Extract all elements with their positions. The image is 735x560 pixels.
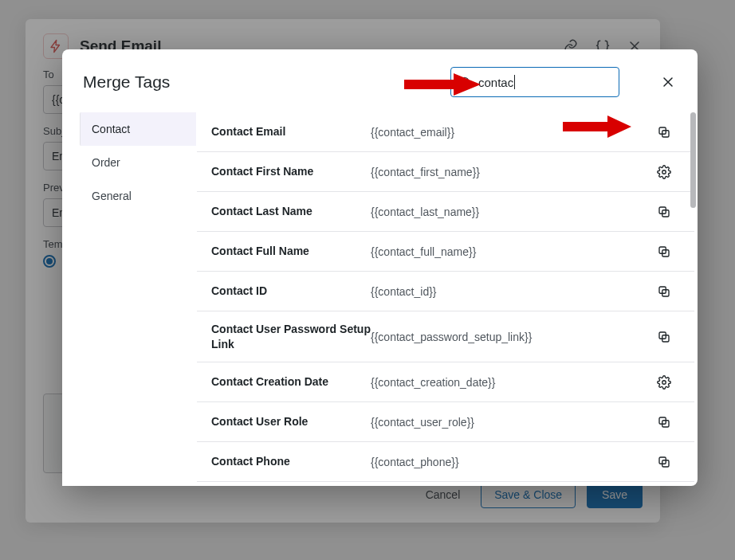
- tag-row: Contact Last Name{{contact_last_name}}: [197, 192, 694, 232]
- category-list: ContactOrderGeneral: [62, 112, 196, 486]
- scrollbar-thumb[interactable]: [690, 112, 696, 208]
- tag-row: Contact First Name{{contact_first_name}}: [197, 152, 694, 192]
- tag-name: Contact Last Name: [211, 204, 371, 218]
- tag-row: Contact Phone{{contact_phone}}: [197, 442, 694, 482]
- tag-row: Contact Email{{contact_email}}: [197, 112, 694, 152]
- search-field-wrap[interactable]: contac: [450, 67, 619, 97]
- tag-token: {{contact_full_name}}: [371, 245, 653, 258]
- tag-row: Contact User Password Setup Link{{contac…: [197, 311, 694, 362]
- tag-name: Contact Full Name: [211, 244, 371, 258]
- tag-row: Contact ID{{contact_id}}: [197, 272, 694, 311]
- tag-row: Contact Creation Date{{contact_creation_…: [197, 362, 694, 402]
- copy-icon[interactable]: [653, 411, 675, 433]
- tag-token: {{contact_user_role}}: [371, 416, 653, 429]
- tag-token: {{contact_first_name}}: [371, 166, 653, 178]
- tag-name: Contact User Password Setup Link: [211, 322, 371, 350]
- tag-token: {{contact_phone}}: [371, 456, 653, 468]
- tag-name: Contact Phone: [211, 454, 371, 468]
- copy-icon[interactable]: [653, 121, 675, 143]
- tag-row: Contact User Role{{contact_user_role}}: [197, 402, 694, 442]
- tag-list: Contact Email{{contact_email}} Contact F…: [196, 112, 698, 486]
- tag-name: Contact User Role: [211, 414, 371, 429]
- tag-token: {{contact_password_setup_link}}: [371, 331, 653, 343]
- text-caret: [514, 75, 515, 89]
- copy-icon[interactable]: [653, 326, 675, 348]
- merge-tags-modal: Merge Tags contac ContactOrderGeneral Co…: [62, 49, 698, 486]
- settings-icon[interactable]: [653, 161, 675, 183]
- search-icon: [458, 76, 472, 89]
- tag-name: Contact ID: [211, 284, 371, 298]
- modal-title: Merge Tags: [83, 72, 170, 92]
- svg-point-0: [461, 77, 469, 85]
- tag-name: Contact Creation Date: [211, 374, 371, 389]
- tag-token: {{contact_last_name}}: [371, 206, 653, 218]
- search-input[interactable]: contac: [478, 76, 513, 89]
- tag-name: Contact Email: [211, 124, 371, 139]
- tag-name: Contact First Name: [211, 164, 371, 178]
- category-item-general[interactable]: General: [80, 179, 196, 213]
- tag-token: {{contact_id}}: [371, 285, 653, 298]
- copy-icon[interactable]: [653, 280, 675, 303]
- modal-header: Merge Tags contac: [62, 49, 698, 112]
- tag-row: Contact Full Name{{contact_full_name}}: [197, 232, 694, 272]
- copy-icon[interactable]: [653, 241, 675, 263]
- category-item-contact[interactable]: Contact: [80, 112, 196, 146]
- svg-point-3: [662, 170, 666, 174]
- settings-icon[interactable]: [653, 371, 675, 394]
- svg-point-12: [662, 380, 666, 384]
- copy-icon[interactable]: [653, 451, 675, 473]
- modal-close-button[interactable]: [659, 73, 677, 91]
- tag-token: {{contact_email}}: [371, 126, 653, 139]
- category-item-order[interactable]: Order: [80, 146, 196, 179]
- copy-icon[interactable]: [653, 201, 675, 223]
- tag-token: {{contact_creation_date}}: [371, 376, 653, 389]
